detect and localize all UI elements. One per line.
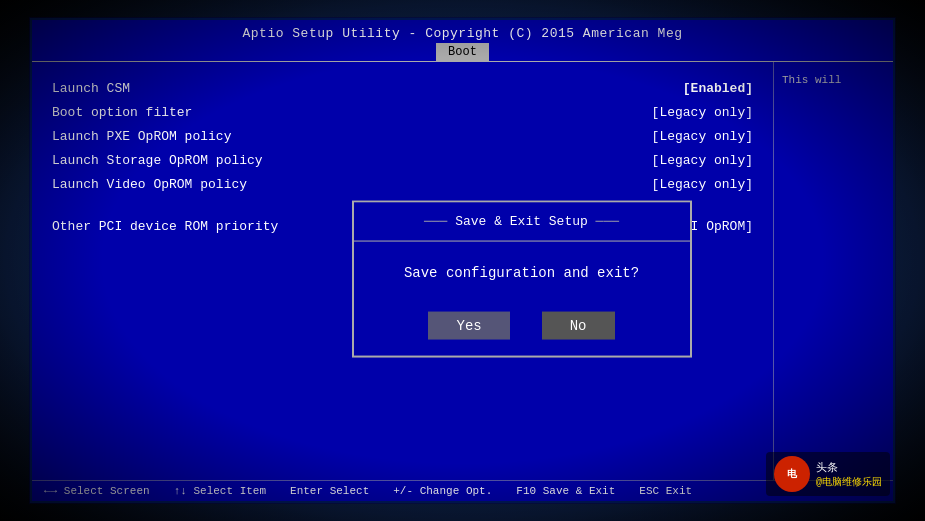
title-text: Aptio Setup Utility - Copyright (C) 2015… [243, 26, 683, 41]
bios-screen: Aptio Setup Utility - Copyright (C) 2015… [30, 18, 895, 503]
watermark-icon: 电 [774, 456, 810, 492]
title-bar: Aptio Setup Utility - Copyright (C) 2015… [32, 20, 893, 43]
hint-plusminus: +/- Change Opt. [393, 485, 492, 497]
main-panel: Launch CSM [Enabled] Boot option filter … [32, 62, 773, 480]
side-panel: This will [773, 62, 893, 480]
modal-title: Save & Exit Setup [354, 203, 690, 242]
modal-overlay: Save & Exit Setup Save configuration and… [32, 62, 773, 480]
outer-frame: Aptio Setup Utility - Copyright (C) 2015… [0, 0, 925, 521]
menu-tabs: Boot [32, 43, 893, 61]
hint-enter: Enter Select [290, 485, 369, 497]
watermark-line2: @电脑维修乐园 [816, 475, 882, 489]
bios-content: Launch CSM [Enabled] Boot option filter … [32, 61, 893, 480]
hint-f10: F10 Save & Exit [516, 485, 615, 497]
save-exit-dialog: Save & Exit Setup Save configuration and… [352, 201, 692, 358]
tab-boot[interactable]: Boot [436, 43, 489, 61]
hint-arrows: ←→ Select Screen [44, 485, 150, 497]
sidebar-text: This will [782, 74, 841, 86]
yes-button[interactable]: Yes [428, 312, 509, 340]
watermark: 电 头条 @电脑维修乐园 [766, 452, 890, 496]
modal-body: Save configuration and exit? [354, 242, 690, 302]
bottom-bar: ←→ Select Screen ↑↓ Select Item Enter Se… [32, 480, 893, 501]
watermark-line1: 头条 [816, 460, 882, 475]
hint-esc: ESC Exit [639, 485, 692, 497]
modal-buttons: Yes No [354, 302, 690, 356]
no-button[interactable]: No [542, 312, 615, 340]
hint-updown: ↑↓ Select Item [174, 485, 266, 497]
